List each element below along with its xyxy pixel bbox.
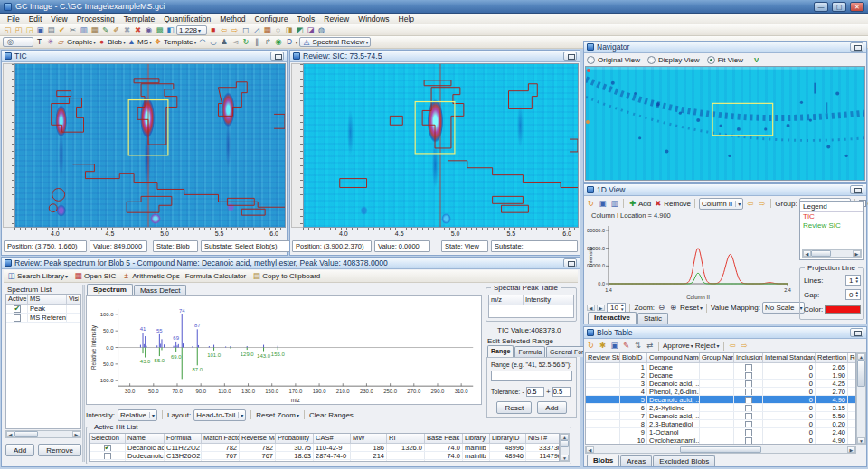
close-button[interactable]: ✕ xyxy=(850,2,864,12)
refresh-icon[interactable]: ↻ xyxy=(241,37,251,47)
flatten-icon[interactable]: ◅ xyxy=(231,37,241,47)
edit-icon[interactable]: ✎ xyxy=(621,341,631,351)
oned-tab[interactable]: Interactive xyxy=(588,312,637,324)
lines-spinner[interactable]: 1▲▼ xyxy=(845,275,861,286)
zoom-in-icon[interactable]: ⊕ xyxy=(668,303,678,313)
copy-icon[interactable]: ▥ xyxy=(79,25,89,35)
legend-item[interactable]: Review SIC xyxy=(800,221,863,230)
sort-descending-icon[interactable]: ⇄ xyxy=(645,341,655,351)
reset-zoom-button[interactable]: Reset Zoom▾ xyxy=(256,411,299,419)
inclusion-checkbox[interactable] xyxy=(745,437,752,444)
reset-button[interactable]: Reset xyxy=(496,401,532,414)
scroll-right-button[interactable]: ▶ xyxy=(847,446,855,453)
range-input[interactable] xyxy=(491,371,572,381)
hit-list-row[interactable]: Decanoic acid... C11H22O2 782 782 30.75 … xyxy=(90,444,559,452)
selection-checkbox[interactable] xyxy=(104,453,111,459)
menu-item[interactable]: File xyxy=(3,14,24,24)
column-header[interactable]: NIST# xyxy=(526,434,560,443)
arithmetic-ops-button[interactable]: ± Arithmetic Ops xyxy=(121,271,179,281)
blob-row[interactable]: 9 1-Octanol 0 2.40 xyxy=(586,428,855,436)
save-icon[interactable]: ▣ xyxy=(598,199,608,209)
refresh-icon[interactable]: ↻ xyxy=(586,341,596,351)
column-header[interactable]: BlobID xyxy=(620,353,647,362)
column-header[interactable]: MS xyxy=(28,295,67,304)
restore-button[interactable] xyxy=(850,185,863,194)
blob-row[interactable]: 2 Decane 0 1.90 xyxy=(586,371,855,380)
compare-icon[interactable]: ∥ xyxy=(252,37,262,47)
column-header[interactable]: Selection xyxy=(90,434,126,443)
column-header[interactable]: Reverse Ma... xyxy=(240,434,276,443)
inspect-icon[interactable]: ◉ xyxy=(144,25,154,35)
column-header[interactable]: Inclusion xyxy=(734,353,763,362)
blob-row[interactable]: 7 Decanoic acid, ... 0 5.50 xyxy=(586,412,855,420)
blob-table-tab[interactable]: Excluded Blobs xyxy=(653,455,715,466)
scroll-up-button[interactable]: ▲ xyxy=(857,353,865,360)
column-header[interactable]: Formula xyxy=(165,434,202,443)
blob-row[interactable]: 3 Decanoic acid, ... 0 4.25 xyxy=(586,380,855,388)
layers-icon[interactable]: ◨ xyxy=(284,25,294,35)
restore-button[interactable] xyxy=(270,52,284,61)
column-header[interactable]: CAS# xyxy=(314,434,351,443)
column-header[interactable]: Visi xyxy=(67,295,79,304)
reset-button[interactable]: Reset▾ xyxy=(680,304,703,312)
edit-icon[interactable]: ✎ xyxy=(100,25,110,35)
history-icon[interactable]: ◍ xyxy=(316,25,326,35)
zoom-window-icon[interactable]: ◻ xyxy=(241,25,250,35)
column-header[interactable]: m/z xyxy=(489,295,524,305)
scroll-down-button[interactable]: ▼ xyxy=(561,455,569,461)
column-header[interactable]: Reten xyxy=(848,353,856,362)
sic-heatmap[interactable] xyxy=(303,63,579,228)
column-header[interactable]: Retention ... xyxy=(816,353,848,362)
export-image-icon[interactable]: ◪ xyxy=(306,25,316,35)
copy-icon[interactable]: ▥ xyxy=(609,199,619,209)
range-tab[interactable]: Range xyxy=(487,345,514,357)
restore-button[interactable] xyxy=(850,328,863,337)
menu-item[interactable]: Review xyxy=(319,14,354,24)
print-icon[interactable]: ▤ xyxy=(46,25,56,35)
legend-scrollbar[interactable]: ◀ ▶ xyxy=(802,249,862,258)
spectrum-tab[interactable]: Spectrum xyxy=(87,284,133,295)
add-button[interactable]: Add xyxy=(5,444,34,456)
sort-ascending-icon[interactable]: ⇅ xyxy=(633,341,643,351)
restore-button[interactable] xyxy=(563,52,577,61)
template-menu[interactable]: ❖ Template ▾ xyxy=(153,37,196,47)
view-option[interactable]: Fit View xyxy=(707,56,743,64)
open-recent-icon[interactable]: ◰ xyxy=(14,25,24,35)
inclusion-checkbox[interactable] xyxy=(745,372,752,379)
graphic-menu[interactable]: ▱ Graphic ▾ xyxy=(56,37,96,47)
deconvolve-menu[interactable]: D ▾ xyxy=(285,37,298,47)
paste-icon[interactable]: ▦ xyxy=(90,25,99,35)
selection-checkbox[interactable] xyxy=(104,445,111,451)
column-select[interactable]: Column II▾ xyxy=(699,198,743,210)
spectral-review-combo[interactable]: ◬ Spectral Review ▾ xyxy=(299,37,372,47)
oned-tab[interactable]: Static xyxy=(637,313,668,324)
spectrum-plot-box[interactable]: 30.050.070.090.0110.0130.0150.0170.0190.… xyxy=(86,295,482,405)
minimize-button[interactable]: — xyxy=(814,2,828,12)
ms-menu[interactable]: ▲ MS ▾ xyxy=(127,37,152,47)
palette-icon[interactable]: ◧ xyxy=(165,25,175,35)
menu-item[interactable]: Template xyxy=(119,14,160,24)
approve-button[interactable]: Approve▾ xyxy=(663,342,693,350)
column-header[interactable]: Library xyxy=(463,434,490,443)
delete-icon[interactable]: ✖ xyxy=(122,25,132,35)
snapshot-icon[interactable]: ◩ xyxy=(295,25,305,35)
remove-button[interactable]: ✖Remove xyxy=(653,199,691,209)
close-file-icon[interactable]: ◲ xyxy=(24,25,34,35)
remove-button[interactable]: Remove xyxy=(38,444,81,456)
column-header[interactable]: Match Factor xyxy=(202,434,240,443)
view-option[interactable]: Display View xyxy=(647,56,700,64)
cut-icon[interactable]: ✂ xyxy=(68,25,78,35)
configure-icon[interactable]: ✱ xyxy=(598,341,608,351)
blob-row[interactable]: 8 2,3-Butanediol 0 0.20 xyxy=(586,420,855,428)
hit-list-scrollbar[interactable]: ▲ ▼ xyxy=(560,433,570,462)
spectrum-list-scrollbar[interactable]: ◀ ▶ xyxy=(5,430,81,438)
legend-item[interactable]: TIC xyxy=(800,212,863,221)
upload-template-icon[interactable]: ♟ xyxy=(220,37,230,47)
column-header[interactable]: MW xyxy=(351,434,387,443)
prev-arrow-icon[interactable]: ⇦ xyxy=(728,341,738,351)
range-tab[interactable]: Formula xyxy=(514,346,545,357)
add-button[interactable]: ✚Add xyxy=(627,199,651,209)
column-header[interactable]: Internal Standard xyxy=(763,353,816,362)
tic-heatmap[interactable] xyxy=(14,63,286,228)
blob-row[interactable]: 1 Decane 0 2.65 xyxy=(586,363,855,371)
